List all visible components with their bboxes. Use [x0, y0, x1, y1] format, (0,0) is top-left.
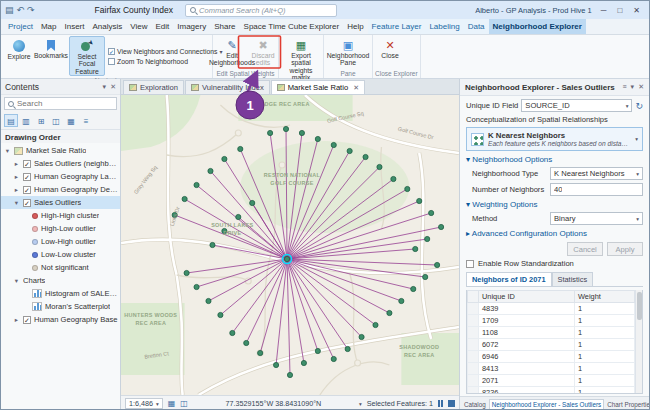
legend-item-not-significant[interactable]: Not significant — [1, 261, 120, 274]
layer-item-histogram-of-sales-value[interactable]: Histogram of SALES_VALUE — [1, 287, 120, 300]
selected-features-count[interactable]: Selected Features: 1 — [367, 399, 433, 408]
apply-button[interactable]: Apply — [607, 242, 643, 256]
cancel-button[interactable]: Cancel — [567, 242, 603, 256]
pane-dock-icon[interactable]: ▾ — [631, 83, 635, 91]
layer-item-human-geography-detail[interactable]: ▸✓Human Geography Detail — [1, 183, 120, 196]
number-of-neighbors-input[interactable]: 40 — [550, 183, 643, 196]
explore-button[interactable]: Explore — [5, 36, 33, 76]
unique-id-column-header[interactable]: Unique ID — [479, 291, 575, 303]
neighbor-table-row[interactable]: 84131 — [468, 363, 635, 375]
neighbor-point[interactable] — [268, 130, 273, 135]
weight-column-header[interactable]: Weight — [575, 291, 635, 303]
unique-id-field-select[interactable]: SOURCE_ID ▾ — [521, 99, 632, 112]
row-selector-cell[interactable] — [468, 375, 479, 387]
ribbon-tab-analysis[interactable]: Analysis — [88, 19, 126, 34]
pane-tab-chart-properties[interactable]: Chart Properties — [605, 400, 649, 409]
neighbor-point[interactable] — [411, 286, 416, 291]
bookmarks-button[interactable]: Bookmarks — [34, 36, 68, 76]
neighbor-point[interactable] — [347, 148, 352, 153]
legend-item-high-high-cluster[interactable]: High-High cluster — [1, 209, 120, 222]
layer-visibility-checkbox[interactable]: ✓ — [23, 199, 31, 207]
neighbor-point[interactable] — [206, 298, 211, 303]
pane-tab-neighborhood-explorer-sales-outliers[interactable]: Neighborhood Explorer - Sales Outliers — [489, 399, 605, 409]
neighbor-point[interactable] — [435, 262, 440, 267]
ribbon-tab-space-time-cube-explorer[interactable]: Space Time Cube Explorer — [240, 19, 344, 34]
neighbor-point[interactable] — [230, 330, 235, 335]
neighbor-point[interactable] — [250, 200, 255, 205]
contents-search-input[interactable] — [17, 99, 113, 108]
results-tab-statistics[interactable]: Statistics — [552, 272, 594, 286]
neighbor-point[interactable] — [208, 168, 213, 173]
command-search-box[interactable]: Command Search (Alt+Q) — [185, 4, 337, 17]
neighbor-point[interactable] — [413, 246, 418, 251]
zoom-to-neighborhood-checkbox-row[interactable]: Zoom To Neighborhood — [108, 58, 208, 65]
neighbor-point[interactable] — [210, 242, 215, 247]
neighbor-point[interactable] — [429, 210, 434, 215]
layer-item-moran-s-scatterplot[interactable]: Moran's Scatterplot — [1, 300, 120, 313]
neighbor-point[interactable] — [194, 284, 199, 289]
neighbor-point[interactable] — [236, 214, 241, 219]
neighbor-point[interactable] — [377, 164, 382, 169]
neighbor-point[interactable] — [238, 146, 243, 151]
discard-edits-button[interactable]: ✖ Discard edits — [250, 36, 276, 69]
weighting-method-select[interactable]: Binary ▾ — [550, 212, 643, 225]
neighbor-table-row[interactable]: 11081 — [468, 327, 635, 339]
neighbor-point[interactable] — [273, 362, 278, 367]
row-selector-cell[interactable] — [468, 339, 479, 351]
ribbon-tab-help[interactable]: Help — [343, 19, 367, 34]
contents-search-box[interactable] — [4, 97, 117, 110]
layer-visibility-checkbox[interactable]: ✓ — [23, 316, 31, 324]
pane-tab-catalog[interactable]: Catalog — [462, 400, 488, 409]
row-selector-cell[interactable] — [468, 387, 479, 395]
neighbor-point[interactable] — [301, 360, 306, 365]
maximize-button[interactable]: □ — [612, 6, 627, 15]
view-neighbors-checkbox[interactable]: ✓ — [108, 48, 115, 55]
neighbor-point[interactable] — [258, 350, 263, 355]
neighbor-point[interactable] — [331, 356, 336, 361]
layer-item-sales-outliers[interactable]: ▾✓Sales Outliers — [1, 196, 120, 209]
neighbor-point[interactable] — [299, 130, 304, 135]
neighbor-table-row[interactable]: 48391 — [468, 303, 635, 315]
neighbor-table-row[interactable]: 20711 — [468, 375, 635, 387]
neighbor-point[interactable] — [387, 310, 392, 315]
neighbor-point[interactable] — [345, 346, 350, 351]
neighbor-point[interactable] — [315, 136, 320, 141]
neighbor-point[interactable] — [373, 322, 378, 327]
list-by-snapping-icon[interactable]: ▦ — [64, 114, 78, 127]
neighbor-point[interactable] — [182, 196, 187, 201]
view-tab-vulnerability-index[interactable]: Vulnerability Index — [185, 80, 270, 94]
close-window-button[interactable]: ✕ — [628, 6, 645, 15]
row-selector-cell[interactable] — [468, 315, 479, 327]
close-explorer-button[interactable]: ✕ Close — [375, 36, 405, 69]
row-selector-cell[interactable] — [468, 363, 479, 375]
neighbor-table-row[interactable]: 82361 — [468, 387, 635, 395]
layer-item-charts[interactable]: ▾Charts — [1, 274, 120, 287]
pane-menu-icon[interactable]: ≡ — [623, 83, 627, 91]
pane-close-icon[interactable]: ✕ — [638, 83, 644, 91]
view-tab-exploration[interactable]: Exploration — [123, 80, 184, 94]
neighbor-point[interactable] — [423, 274, 428, 279]
neighbor-point[interactable] — [363, 154, 368, 159]
map-canvas[interactable]: NEWBRIDGE REC AREARESTON NATIONALGOLF CO… — [121, 95, 459, 395]
contents-close-icon[interactable]: ✕ — [110, 83, 116, 91]
contents-pin-icon[interactable]: ▾ — [103, 83, 107, 91]
neighbor-point[interactable] — [439, 224, 444, 229]
neighbor-point[interactable] — [331, 142, 336, 147]
ribbon-tab-imagery[interactable]: Imagery — [173, 19, 210, 34]
table-scrollbar[interactable] — [635, 290, 642, 393]
ribbon-tab-data[interactable]: Data — [464, 19, 489, 34]
layer-item-human-geography-label[interactable]: ▸✓Human Geography Label — [1, 170, 120, 183]
export-spatial-weights-button[interactable]: ▦ Export spatial weights matrix — [281, 36, 321, 83]
weighting-options-section-header[interactable]: ▾ Weighting Options — [466, 200, 643, 209]
table-scrollbar-thumb[interactable] — [637, 292, 642, 320]
layer-item-market-sale-ratio[interactable]: ▾Market Sale Ratio — [1, 144, 120, 157]
snap-tool-icon[interactable]: ◫ — [180, 399, 188, 408]
neighbor-point[interactable] — [417, 198, 422, 203]
row-selector-cell[interactable] — [468, 303, 479, 315]
ribbon-tab-feature-layer[interactable]: Feature Layer — [368, 19, 426, 34]
pointer-coordinates[interactable]: 77.3529155°W 38.8431090°N — [226, 399, 322, 408]
view-neighbors-checkbox-row[interactable]: ✓ View Neighbors and Connections ▾ — [108, 48, 208, 55]
legend-item-high-low-outlier[interactable]: High-Low outlier — [1, 222, 120, 235]
neighbor-point[interactable] — [287, 372, 292, 377]
layer-item-human-geography-base[interactable]: ▸✓Human Geography Base — [1, 313, 120, 326]
